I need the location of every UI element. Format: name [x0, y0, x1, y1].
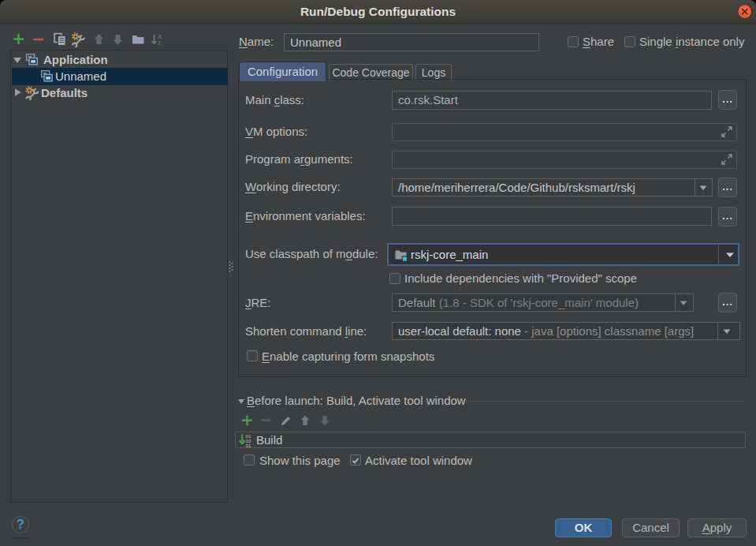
svg-text:z: z: [158, 39, 162, 47]
svg-text:01: 01: [246, 443, 251, 448]
